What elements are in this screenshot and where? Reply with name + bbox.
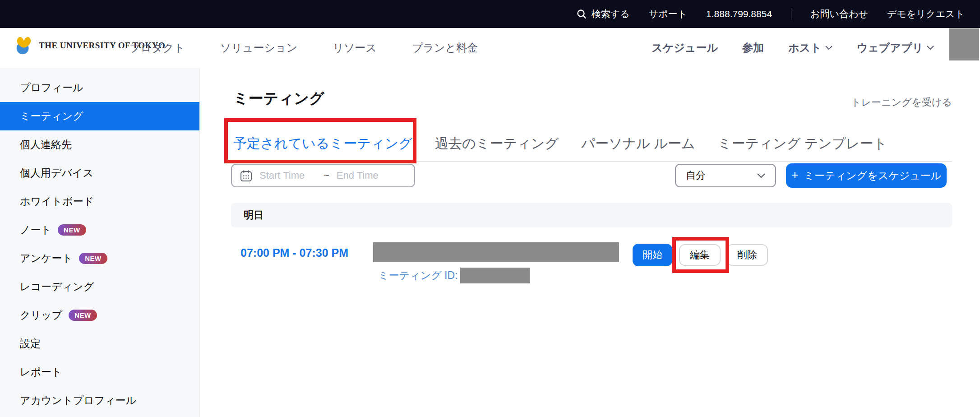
- new-badge: NEW: [79, 253, 107, 264]
- tab-meeting-templates[interactable]: ミーティング テンプレート: [718, 134, 887, 161]
- contact-link[interactable]: お問い合わせ: [810, 8, 868, 20]
- sidebar-item-personal-contacts[interactable]: 個人連絡先: [0, 130, 199, 159]
- search-label: 検索する: [592, 8, 630, 20]
- host-filter-value: 自分: [686, 169, 706, 182]
- top-utility-bar: 検索する サポート 1.888.799.8854 お問い合わせ デモをリクエスト: [0, 0, 980, 28]
- meeting-time: 07:00 PM - 07:30 PM: [240, 246, 348, 259]
- date-group-header: 明日: [231, 203, 952, 227]
- sidebar-item-account-profile[interactable]: アカウントプロフィール: [0, 386, 199, 415]
- meeting-id-line: ミーティング ID:: [378, 268, 530, 283]
- nav-join[interactable]: 参加: [742, 41, 764, 55]
- get-training-link[interactable]: トレーニングを受ける: [851, 96, 952, 109]
- sidebar-item-surveys[interactable]: アンケート NEW: [0, 244, 199, 273]
- nav-products[interactable]: プロダクト: [129, 41, 185, 55]
- nav-plans-pricing[interactable]: プランと料金: [412, 41, 478, 55]
- start-time-input[interactable]: [259, 170, 316, 181]
- support-link[interactable]: サポート: [649, 8, 687, 20]
- avatar[interactable]: [949, 28, 979, 60]
- delete-button[interactable]: 削除: [726, 244, 768, 266]
- sidebar-item-meetings[interactable]: ミーティング: [0, 102, 199, 130]
- range-separator: ~: [324, 170, 329, 181]
- new-badge: NEW: [58, 224, 86, 236]
- request-demo-link[interactable]: デモをリクエスト: [887, 8, 965, 20]
- tab-personal-room[interactable]: パーソナル ルーム: [581, 134, 695, 161]
- meeting-id-redacted: [460, 268, 530, 283]
- calendar-icon: [240, 170, 252, 182]
- new-badge: NEW: [69, 310, 97, 321]
- page-title: ミーティング: [233, 88, 324, 109]
- tab-previous-meetings[interactable]: 過去のミーティング: [435, 134, 559, 161]
- tab-upcoming-meetings[interactable]: 予定されているミーティング: [233, 134, 412, 161]
- nav-web-app[interactable]: ウェブアプリ: [857, 41, 934, 55]
- nav-solutions[interactable]: ソリューション: [220, 41, 297, 55]
- primary-nav: プロダクト ソリューション リソース プランと料金: [129, 28, 478, 68]
- sidebar-item-recordings[interactable]: レコーディング: [0, 273, 199, 301]
- sidebar-item-settings[interactable]: 設定: [0, 329, 199, 358]
- date-range-filter[interactable]: ~: [231, 164, 415, 187]
- schedule-meeting-button[interactable]: + ミーティングをスケジュール: [786, 163, 947, 188]
- nav-resources[interactable]: リソース: [333, 41, 377, 55]
- chevron-down-icon: [757, 173, 765, 178]
- chevron-down-icon: [927, 46, 934, 50]
- meeting-topic-redacted[interactable]: [373, 242, 619, 262]
- nav-schedule[interactable]: スケジュール: [652, 41, 718, 55]
- account-nav: スケジュール 参加 ホスト ウェブアプリ: [652, 28, 934, 68]
- divider: [791, 8, 791, 20]
- sidebar-item-whiteboard[interactable]: ホワイトボード: [0, 187, 199, 216]
- end-time-input[interactable]: [337, 170, 393, 181]
- sidebar-item-personal-devices[interactable]: 個人用デバイス: [0, 159, 199, 187]
- host-filter-dropdown[interactable]: 自分: [675, 164, 776, 187]
- main-content: ミーティング トレーニングを受ける 予定されているミーティング 過去のミーティン…: [200, 68, 980, 417]
- sidebar-item-notes[interactable]: ノート NEW: [0, 216, 199, 244]
- meetings-tabs: 予定されているミーティング 過去のミーティング パーソナル ルーム ミーティング…: [233, 134, 952, 162]
- nav-host[interactable]: ホスト: [788, 41, 832, 55]
- phone-number[interactable]: 1.888.799.8854: [706, 9, 772, 19]
- chevron-down-icon: [825, 46, 832, 50]
- sidebar: プロフィール ミーティング 個人連絡先 個人用デバイス ホワイトボード ノート …: [0, 68, 200, 417]
- meeting-id-label: ミーティング ID:: [378, 269, 458, 283]
- start-button[interactable]: 開始: [633, 244, 672, 266]
- search-icon: [576, 9, 587, 19]
- sidebar-item-profile[interactable]: プロフィール: [0, 74, 199, 102]
- sidebar-item-clips[interactable]: クリップ NEW: [0, 301, 199, 329]
- ginkgo-leaf-icon: [14, 35, 34, 56]
- edit-button[interactable]: 編集: [679, 244, 721, 266]
- plus-icon: +: [791, 168, 799, 182]
- sidebar-item-reports[interactable]: レポート: [0, 358, 199, 386]
- search-link[interactable]: 検索する: [576, 8, 630, 20]
- main-header: The University of Tokyo プロダクト ソリューション リソ…: [0, 28, 980, 68]
